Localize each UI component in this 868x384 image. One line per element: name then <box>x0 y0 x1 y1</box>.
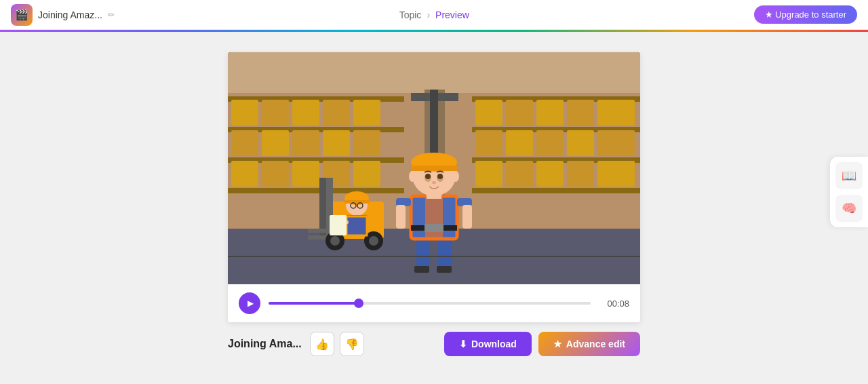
svg-rect-70 <box>425 224 443 232</box>
breadcrumb-preview: Preview <box>435 9 469 20</box>
left-title-area: Joining Ama... 👍 👎 <box>228 332 364 356</box>
svg-rect-29 <box>567 100 594 126</box>
like-button[interactable]: 👍 <box>310 332 334 356</box>
breadcrumb-topic[interactable]: Topic <box>399 9 422 20</box>
dislike-button[interactable]: 👎 <box>340 332 364 356</box>
video-container: ▶ 00:08 <box>228 52 640 322</box>
svg-rect-61 <box>330 215 347 235</box>
svg-rect-33 <box>536 130 564 156</box>
svg-rect-9 <box>292 100 319 126</box>
svg-rect-10 <box>323 100 350 126</box>
svg-point-83 <box>432 181 436 184</box>
main-content: ▶ 00:08 Joining Ama... 👍 👎 ⬇ <box>0 32 868 384</box>
svg-rect-74 <box>462 205 472 229</box>
breadcrumb: Topic › Preview <box>399 9 469 20</box>
svg-rect-21 <box>353 161 380 187</box>
svg-point-84 <box>409 171 416 182</box>
progress-thumb[interactable] <box>354 299 363 308</box>
time-display: 00:08 <box>607 299 629 309</box>
rainbow-bar <box>0 30 868 32</box>
play-icon: ▶ <box>248 299 254 308</box>
progress-bar-container[interactable] <box>269 302 591 305</box>
svg-rect-37 <box>506 161 533 187</box>
svg-rect-6 <box>228 188 404 193</box>
video-title: Joining Ama... <box>228 338 302 350</box>
svg-rect-14 <box>292 130 319 156</box>
svg-rect-65 <box>437 266 452 273</box>
download-button[interactable]: ⬇ Download <box>444 332 532 356</box>
svg-rect-19 <box>292 161 319 187</box>
download-label: Download <box>471 339 517 349</box>
svg-point-81 <box>425 174 431 179</box>
svg-rect-11 <box>353 100 380 126</box>
advance-label: Advance edit <box>566 339 625 349</box>
topbar: 🎬 Joining Amaz... ✏ Topic › Preview ★ Up… <box>0 0 868 30</box>
app-logo: 🎬 <box>11 4 33 26</box>
warehouse-scene <box>228 52 640 284</box>
svg-rect-39 <box>567 161 594 187</box>
play-button[interactable]: ▶ <box>239 292 260 314</box>
svg-rect-15 <box>323 130 350 156</box>
svg-rect-64 <box>414 266 429 273</box>
svg-rect-26 <box>475 100 502 126</box>
progress-track[interactable] <box>269 302 591 305</box>
svg-rect-31 <box>475 130 502 156</box>
svg-rect-30 <box>597 100 635 126</box>
svg-rect-32 <box>506 130 533 156</box>
svg-rect-8 <box>262 100 289 126</box>
book-icon-button[interactable]: 📖 <box>835 162 863 189</box>
svg-rect-36 <box>475 161 502 187</box>
svg-rect-28 <box>536 100 564 126</box>
svg-point-82 <box>437 174 443 179</box>
right-sidebar: 📖 🧠 <box>830 157 868 227</box>
action-buttons: ⬇ Download ★ Advance edit <box>444 332 640 356</box>
svg-rect-16 <box>353 130 380 156</box>
svg-rect-107 <box>228 256 640 257</box>
svg-rect-56 <box>347 215 367 235</box>
video-controls: ▶ 00:08 <box>228 284 640 322</box>
svg-rect-38 <box>536 161 564 187</box>
svg-rect-17 <box>231 161 258 187</box>
svg-rect-40 <box>597 161 635 187</box>
edit-icon[interactable]: ✏ <box>108 10 115 20</box>
svg-rect-27 <box>506 100 533 126</box>
topbar-left: 🎬 Joining Amaz... ✏ <box>11 4 115 26</box>
svg-rect-47 <box>308 229 332 233</box>
svg-point-85 <box>452 171 459 182</box>
svg-rect-68 <box>425 196 443 239</box>
upgrade-button[interactable]: ★ Upgrade to starter <box>754 5 857 24</box>
star-icon: ★ <box>553 339 562 349</box>
breadcrumb-sep: › <box>427 9 430 20</box>
feedback-buttons: 👍 👎 <box>310 332 364 356</box>
progress-filled <box>269 302 359 305</box>
brain-icon-button[interactable]: 🧠 <box>835 195 863 222</box>
svg-rect-35 <box>597 130 635 156</box>
action-bar: Joining Ama... 👍 👎 ⬇ Download ★ Advance … <box>228 322 640 356</box>
project-title: Joining Amaz... <box>38 9 102 20</box>
svg-rect-73 <box>396 205 406 229</box>
advance-edit-button[interactable]: ★ Advance edit <box>538 332 640 356</box>
video-frame <box>228 52 640 284</box>
svg-rect-18 <box>262 161 289 187</box>
svg-rect-25 <box>472 188 640 193</box>
svg-rect-55 <box>344 200 369 204</box>
svg-rect-7 <box>231 100 258 126</box>
svg-point-50 <box>330 236 340 246</box>
svg-rect-78 <box>411 166 457 171</box>
svg-point-52 <box>369 236 378 246</box>
download-icon: ⬇ <box>459 339 467 349</box>
svg-rect-34 <box>567 130 594 156</box>
logo-icon: 🎬 <box>15 8 28 21</box>
svg-rect-13 <box>262 130 289 156</box>
svg-rect-12 <box>231 130 258 156</box>
